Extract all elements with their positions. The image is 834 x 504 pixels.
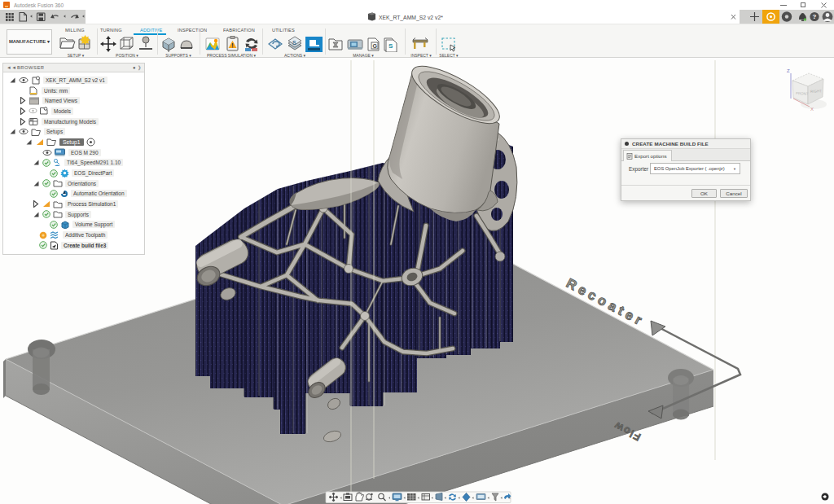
svg-text:S: S — [388, 42, 393, 50]
svg-text:Z: Z — [787, 68, 790, 73]
svg-text:RIGHT: RIGHT — [810, 89, 822, 94]
svg-text:?: ? — [813, 13, 817, 20]
svg-text:G: G — [373, 43, 378, 49]
svg-text:XEK_RT_AMM_S2 v2 v2*: XEK_RT_AMM_S2 v2 v2* — [379, 15, 443, 21]
svg-text:S: S — [292, 40, 296, 46]
svg-text:FRONT: FRONT — [796, 91, 809, 96]
svg-text:X: X — [810, 107, 814, 112]
